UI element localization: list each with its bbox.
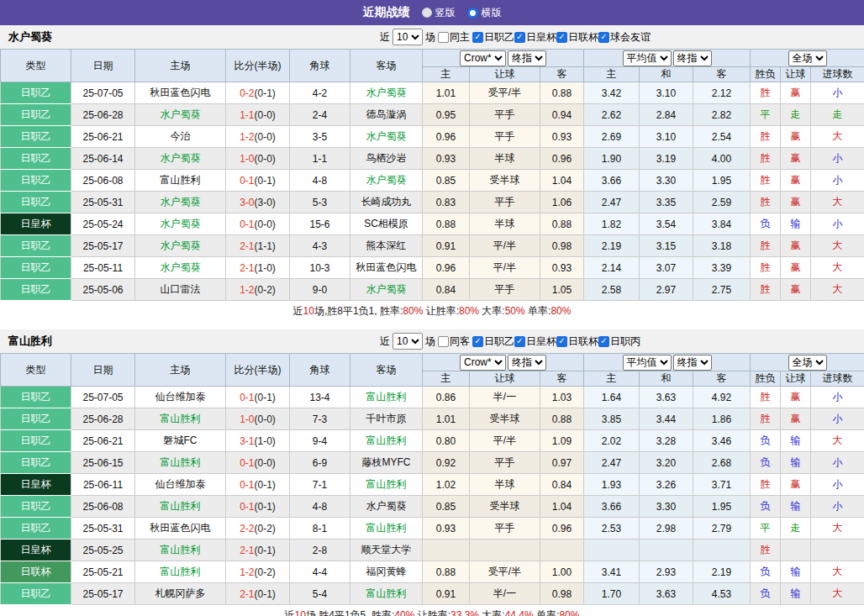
- period-group-header: 全场: [751, 354, 864, 371]
- handicap-away-odds: 0.84: [540, 474, 584, 496]
- radio-checked-icon[interactable]: [467, 8, 478, 18]
- league-filter[interactable]: ✓球会友谊: [598, 30, 651, 45]
- handicap-line: 受平/半: [470, 561, 540, 583]
- avg-home-odds: 1.90: [584, 148, 640, 170]
- home-team: 富山胜利: [135, 540, 226, 561]
- checkbox-checked-icon[interactable]: ✓: [472, 32, 483, 43]
- results-table: 类型 日期 主场 比分(半场) 角球 客场 Crow*终指 平均值终指 全场: [0, 49, 864, 301]
- handicap-home-odds: 0.96: [423, 126, 470, 148]
- result-handicap: 走: [781, 518, 811, 540]
- full-time-score: 1-2: [240, 284, 254, 296]
- avg-away-odds: 2.82: [693, 104, 751, 126]
- checkbox-checked-icon[interactable]: ✓: [598, 336, 609, 347]
- checkbox-unchecked-icon[interactable]: [438, 32, 449, 43]
- match-type-badge: 日职乙: [1, 518, 71, 540]
- league-filter-label: 日皇杯: [526, 30, 556, 45]
- layout-horizontal-radio[interactable]: 横版: [467, 6, 502, 20]
- checkbox-checked-icon[interactable]: ✓: [556, 32, 567, 43]
- final-index-select[interactable]: 终指: [508, 355, 546, 371]
- corner-score: 4-4: [290, 561, 350, 583]
- checkbox-unchecked-icon[interactable]: [438, 336, 449, 347]
- table-row: 日职乙25-06-08富山胜利0-1(0-1)4-8水户蜀葵0.85受半球1.0…: [1, 496, 864, 518]
- league-filter[interactable]: ✓日皇杯: [514, 334, 556, 349]
- match-count-select[interactable]: 10: [392, 29, 423, 45]
- handicap-home-odds: 0.88: [423, 561, 470, 583]
- score: 0-1(0-0): [226, 452, 290, 474]
- half-time-score: (0-0): [255, 218, 276, 230]
- checkbox-checked-icon[interactable]: ✓: [598, 32, 609, 43]
- full-time-score: 0-1: [240, 501, 254, 513]
- filter-bar: 近 10 场 同客 ✓日职乙✓日皇杯✓日联杯✓日职丙: [380, 329, 640, 353]
- result-goals: 小: [811, 170, 864, 192]
- period-select[interactable]: 全场: [788, 355, 827, 371]
- subcol-home-odds: 主: [423, 371, 470, 387]
- corner-score: 8-1: [290, 518, 350, 540]
- away-team: 鸟栖沙岩: [350, 148, 423, 170]
- league-filter[interactable]: ✓日皇杯: [514, 30, 556, 45]
- final-index-select-2[interactable]: 终指: [673, 50, 712, 66]
- checkbox-checked-icon[interactable]: ✓: [556, 336, 567, 347]
- average-select[interactable]: 平均值: [623, 50, 672, 66]
- result-wdl: 胜: [751, 82, 781, 104]
- league-filter[interactable]: ✓日职乙: [472, 30, 514, 45]
- bookmaker-select[interactable]: Crow*: [460, 355, 506, 371]
- league-filter[interactable]: ✓日联杯: [556, 30, 598, 45]
- table-row: 日职乙25-06-08富山胜利0-1(0-1)4-8水户蜀葵0.85受半球1.0…: [1, 170, 864, 192]
- subcol-avg-home: 主: [584, 67, 640, 82]
- checkbox-checked-icon[interactable]: ✓: [472, 336, 483, 347]
- home-team: 富山胜利: [135, 452, 226, 474]
- table-row: 日职乙25-07-05秋田蓝色闪电0-2(0-1)4-2水户蜀葵1.01受平/半…: [1, 82, 864, 104]
- col-header-date: 日期: [71, 354, 135, 387]
- match-date: 25-05-31: [71, 192, 135, 213]
- match-type-badge: 日职乙: [1, 408, 71, 430]
- avg-away-odds: 2.19: [693, 561, 751, 583]
- summary-segment: 单率:: [534, 609, 560, 616]
- result-handicap: 输: [781, 430, 811, 452]
- summary-segment: 近: [285, 609, 295, 616]
- half-time-score: (0-2): [255, 523, 276, 534]
- layout-vertical-radio[interactable]: 竖版: [422, 6, 456, 20]
- corner-score: 7-3: [290, 408, 350, 430]
- result-handicap: [781, 540, 811, 561]
- result-wdl: 负: [751, 561, 781, 583]
- full-time-score: 2-1: [240, 588, 254, 600]
- radio-unchecked-icon[interactable]: [422, 8, 432, 18]
- average-select[interactable]: 平均值: [623, 355, 672, 371]
- result-handicap: 输: [781, 583, 811, 605]
- bookmaker-select[interactable]: Crow*: [460, 50, 506, 66]
- away-team: 富山胜利: [350, 583, 423, 605]
- same-venue-filter[interactable]: 同客: [438, 334, 470, 349]
- away-team: 富山胜利: [350, 474, 423, 496]
- match-date: 25-05-21: [71, 561, 135, 583]
- final-index-select-2[interactable]: 终指: [673, 355, 712, 371]
- match-count-select[interactable]: 10: [392, 333, 423, 350]
- home-team: 磐城FC: [135, 430, 226, 452]
- period-select[interactable]: 全场: [788, 50, 827, 66]
- result-goals: 大: [811, 430, 864, 452]
- handicap-home-odds: [423, 540, 470, 561]
- bookmaker-group-header: Crow*终指: [423, 50, 584, 67]
- league-filter[interactable]: ✓日职乙: [472, 334, 514, 349]
- subcol-avg-home: 主: [584, 371, 640, 387]
- avg-draw-odds: 3.26: [640, 474, 693, 496]
- result-wdl: 胜: [751, 387, 781, 408]
- league-filter[interactable]: ✓日职丙: [598, 334, 640, 349]
- corner-score: 4-3: [290, 235, 350, 257]
- avg-home-odds: 2.47: [584, 192, 640, 213]
- league-filter[interactable]: ✓日联杯: [556, 334, 598, 349]
- checkbox-checked-icon[interactable]: ✓: [514, 32, 525, 43]
- subcol-handicap-result: 让球: [781, 67, 811, 82]
- away-team: 富山胜利: [350, 387, 423, 408]
- match-date: 25-05-31: [71, 518, 135, 540]
- result-goals: 小: [811, 408, 864, 430]
- summary-segment: 近: [293, 305, 303, 317]
- result-handicap: 输: [781, 496, 811, 518]
- final-index-select[interactable]: 终指: [508, 50, 546, 66]
- handicap-home-odds: 0.84: [423, 279, 470, 301]
- summary-segment: 大率:: [479, 305, 505, 317]
- subcol-avg-draw: 和: [640, 67, 693, 82]
- checkbox-checked-icon[interactable]: ✓: [514, 336, 525, 347]
- avg-home-odds: 1.70: [584, 583, 640, 605]
- same-venue-filter[interactable]: 同主: [438, 30, 470, 45]
- summary-segment: 80%: [459, 305, 479, 317]
